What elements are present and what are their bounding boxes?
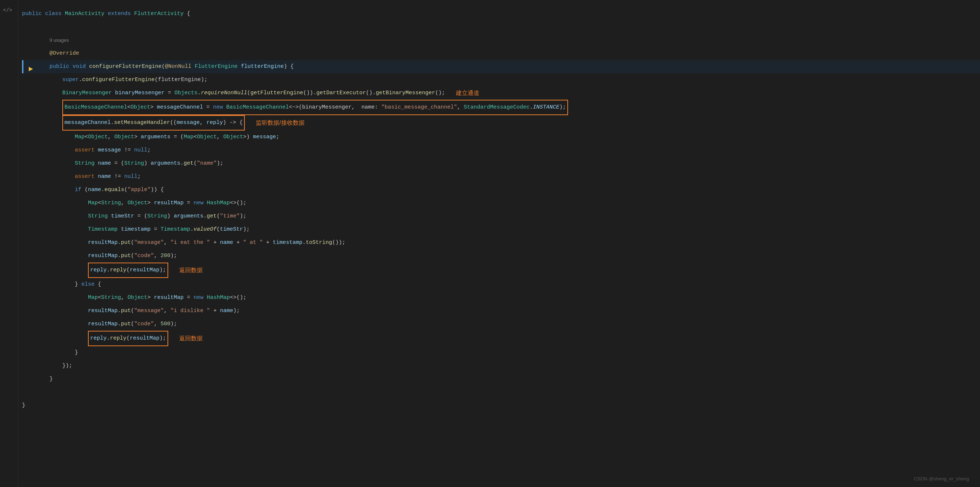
line-get-name: String name = (String) arguments .get ("…: [22, 157, 980, 170]
brace-close-class: }: [22, 399, 25, 412]
var-name4: name: [220, 236, 233, 249]
type-map3: Map: [88, 291, 98, 304]
line-new-result2: Map<String, Object> resultMap = new Hash…: [22, 291, 980, 304]
type-string2: String: [101, 196, 121, 210]
string-channel-name: "basic_message_channel": [381, 101, 457, 114]
var-args2: arguments: [174, 210, 204, 223]
var-result2: resultMap: [88, 236, 118, 249]
method-super-configure: configureFlutterEngine: [82, 73, 155, 86]
close-handler-brace: });: [62, 359, 72, 373]
method-reply1: reply: [110, 263, 126, 277]
param-message: message: [177, 116, 200, 129]
nonnull-ann: @NonNull: [165, 60, 191, 73]
line-assert1: assert message != null ;: [22, 144, 980, 157]
var-name3: name: [88, 184, 101, 196]
class-timestamp: Timestamp: [161, 223, 190, 236]
string-message-key2: "message": [134, 304, 164, 318]
spacer-2: [22, 386, 980, 399]
line-timestamp: Timestamp timestamp = Timestamp . valueO…: [22, 223, 980, 236]
fold-icon-top[interactable]: </>: [3, 7, 12, 13]
method-configure: configureFlutterEngine: [89, 60, 162, 73]
method-set-handler: setMessageHandler: [114, 116, 170, 129]
string-time-key: "time": [220, 210, 240, 223]
type-string4: String: [101, 291, 121, 304]
var-name: name: [95, 157, 111, 170]
type-obj2: Object: [115, 131, 134, 144]
line-get-time: String timeStr = (String) arguments .get…: [22, 210, 980, 223]
string-name-key: "name": [197, 157, 216, 170]
var-message3: message: [95, 144, 121, 157]
line-close-configure: }: [22, 373, 980, 386]
string-message-key1: "message": [134, 236, 164, 249]
field-instance: INSTANCE: [533, 101, 559, 114]
kw-null2: null: [124, 170, 137, 184]
class-name-flutter: FlutterActivity: [134, 7, 184, 21]
orange-box-handler: messageChannel . setMessageHandler (( me…: [62, 115, 245, 131]
line-configure: ► public void configureFlutterEngine(@No…: [22, 60, 980, 73]
method-get-flutter: getFlutterEngine: [250, 86, 303, 100]
line-if-apple: if ( name . equals ( "apple" )) {: [22, 184, 980, 196]
kw-else: else: [81, 278, 95, 291]
kw-assert2: assert: [75, 170, 95, 184]
var-timestr2: timeStr: [220, 223, 243, 236]
string-eat: "i eat the ": [170, 236, 210, 249]
method-get1: get: [184, 157, 194, 170]
line-reply1: reply . reply ( resultMap ); 返回数据: [22, 263, 980, 278]
type-map2: Map: [88, 196, 98, 210]
brace-open: {: [184, 7, 190, 21]
var-message2: message: [253, 131, 276, 144]
kw-new3: new: [194, 291, 207, 304]
annotation-jianting: 监听数据/接收数据: [256, 116, 304, 129]
method-put3: put: [121, 304, 131, 318]
type-string3: String: [88, 210, 108, 223]
var-result3: resultMap: [88, 249, 118, 263]
method-get2: get: [207, 210, 216, 223]
type-codec: StandardMessageCodec: [464, 101, 530, 114]
keyword-extends: extends: [108, 7, 134, 21]
kw-public2: public: [49, 60, 73, 73]
line-reply2: reply . reply ( resultMap ); 返回数据: [22, 331, 980, 346]
cast-string1: String: [124, 157, 144, 170]
var-reply2: reply: [90, 332, 107, 345]
line-set-handler: messageChannel . setMessageHandler (( me…: [22, 115, 980, 131]
var-message-channel: messageChannel: [154, 101, 203, 114]
method-get-dart: getDartExecutor: [316, 86, 366, 100]
string-code-key2: "code": [134, 318, 154, 331]
method-put4: put: [121, 318, 131, 331]
flutter-engine-type: FlutterEngine: [195, 60, 237, 73]
method-valueof: valueOf: [194, 223, 216, 236]
line-put-code1: resultMap . put ( "code" , 200 );: [22, 249, 980, 263]
string-code-key1: "code": [134, 249, 154, 263]
var-timestamp: timestamp: [118, 223, 151, 236]
type-hashmap1: HashMap: [207, 196, 230, 210]
keyword-class: class: [45, 7, 65, 21]
class-objects: Objects: [175, 86, 197, 100]
brace-close-else: }: [75, 346, 78, 359]
line-class-declaration: public class MainActivity extends Flutte…: [22, 7, 980, 21]
var-result8: resultMap: [130, 332, 159, 345]
number-500: 500: [161, 318, 170, 331]
kw-new2: new: [194, 196, 207, 210]
number-200: 200: [161, 249, 170, 263]
string-apple: "apple": [127, 184, 151, 196]
var-result1: resultMap: [154, 196, 184, 210]
param-flutter-engine: flutterEngine: [237, 60, 284, 73]
var-name2: name: [95, 170, 111, 184]
type-obj4: Object: [127, 291, 147, 304]
line-basic-channel: BasicMessageChannel<Object> messageChann…: [22, 100, 980, 115]
spacer-1: [22, 21, 980, 34]
method-get-binary: getBinaryMessenger: [375, 86, 435, 100]
line-close-class: }: [22, 399, 980, 412]
code-editor: </> public class MainActivity extends Fl…: [0, 0, 980, 487]
var-channel-ref: messageChannel: [65, 116, 111, 129]
annotation-fanhui1: 返回数据: [179, 263, 203, 277]
override-annotation: @Override: [49, 47, 79, 60]
kw-void: void: [73, 60, 89, 73]
type-timestamp: Timestamp: [88, 223, 118, 236]
var-result5: resultMap: [154, 291, 184, 304]
method-tostring1: toString: [305, 236, 332, 249]
line-put-code2: resultMap . put ( "code" , 500 );: [22, 318, 980, 331]
method-put2: put: [121, 249, 131, 263]
type-obj3: Object: [127, 196, 147, 210]
orange-box-reply2: reply . reply ( resultMap );: [88, 331, 168, 346]
